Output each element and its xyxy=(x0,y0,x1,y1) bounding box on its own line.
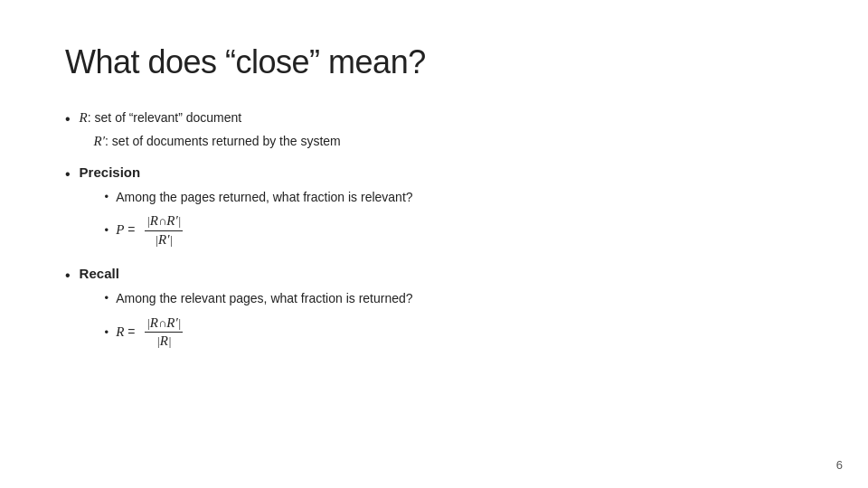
bullet-dot-3: • xyxy=(65,264,71,287)
bullet-dot-1: • xyxy=(65,108,71,131)
precision-content: Precision • Among the pages returned, wh… xyxy=(80,162,413,254)
bullet-precision: • Precision • Among the pages returned, … xyxy=(65,162,803,254)
precision-numerator: |R∩R′| xyxy=(145,212,183,231)
precision-denominator: |R′| xyxy=(153,231,175,249)
slide-title: What does “close” mean? xyxy=(65,43,803,81)
precision-sub1: • Among the pages returned, what fractio… xyxy=(105,187,413,207)
content-area: • R: set of “relevant” document R′: set … xyxy=(65,107,803,356)
recall-label: Recall xyxy=(80,266,119,281)
recall-formula: R = |R∩R′| |R| xyxy=(116,314,185,351)
recall-sub1-text: Among the relevant pages, what fraction … xyxy=(116,288,412,308)
precision-sub2: • P = |R∩R′| |R′| xyxy=(105,212,413,249)
precision-sub-dot2: • xyxy=(105,221,109,240)
page-number: 6 xyxy=(836,458,843,472)
r-sets-text: R: set of “relevant” document R′: set of… xyxy=(80,107,341,153)
bullet-dot-2: • xyxy=(65,163,71,186)
precision-sub-bullets: • Among the pages returned, what fractio… xyxy=(105,187,413,249)
precision-formula: P = |R∩R′| |R′| xyxy=(116,212,185,249)
recall-fraction: |R∩R′| |R| xyxy=(145,314,183,351)
precision-label: Precision xyxy=(80,164,141,180)
recall-sub-dot2: • xyxy=(105,324,109,343)
precision-fraction: |R∩R′| |R′| xyxy=(145,212,183,249)
precision-sub1-text: Among the pages returned, what fraction … xyxy=(116,187,412,207)
recall-denominator: |R| xyxy=(155,333,173,351)
recall-sub1: • Among the relevant pages, what fractio… xyxy=(105,288,413,308)
precision-sub-dot1: • xyxy=(105,188,109,207)
r-line2: R′: set of documents returned by the sys… xyxy=(94,130,341,154)
slide: What does “close” mean? • R: set of “rel… xyxy=(0,0,868,488)
bullet-r-sets: • R: set of “relevant” document R′: set … xyxy=(65,107,803,153)
recall-numerator: |R∩R′| xyxy=(145,314,183,333)
recall-content: Recall • Among the relevant pages, what … xyxy=(80,263,413,355)
recall-sub-dot1: • xyxy=(105,289,109,308)
r-line1: R: set of “relevant” document xyxy=(80,107,341,130)
recall-sub-bullets: • Among the relevant pages, what fractio… xyxy=(105,288,413,350)
bullet-recall: • Recall • Among the relevant pages, wha… xyxy=(65,263,803,355)
recall-sub2: • R = |R∩R′| |R| xyxy=(105,314,413,351)
